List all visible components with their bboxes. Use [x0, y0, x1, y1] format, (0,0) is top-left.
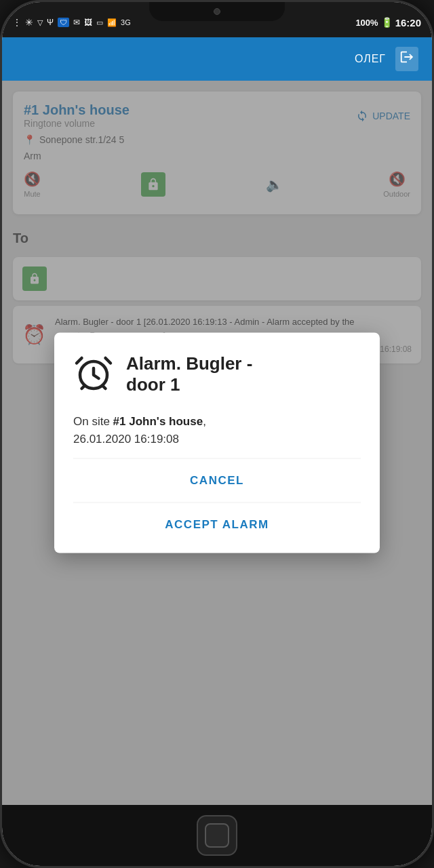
shield-icon: 🛡: [58, 18, 69, 27]
clock: 16:20: [395, 17, 421, 28]
bottom-bar: [2, 805, 432, 866]
wifi-asterisk-icon: ✳: [25, 17, 33, 28]
home-button[interactable]: [197, 815, 237, 856]
menu-dots-icon: ⋮: [13, 18, 21, 27]
home-button-inner: [205, 823, 229, 848]
phone-inner: ⋮ ✳ ▽ Ψ 🛡 ✉ 🖼 ▭ 📶 3G 100% 🔋 16:20: [2, 2, 432, 866]
dialog-header: Alarm. Bugler -door 1: [73, 353, 361, 399]
dialog-body: On site #1 John's house, 26.01.2020 16:1…: [73, 413, 361, 459]
battery-icon: 🔋: [381, 17, 393, 28]
dialog-alarm-icon: [73, 353, 114, 399]
app-screen: ⋮ ✳ ▽ Ψ 🛡 ✉ 🖼 ▭ 📶 3G 100% 🔋 16:20: [2, 2, 432, 805]
phone-frame: ⋮ ✳ ▽ Ψ 🛡 ✉ 🖼 ▭ 📶 3G 100% 🔋 16:20: [0, 0, 434, 868]
content-area: #1 John's house Ringtone volume UPDATE: [2, 81, 432, 805]
username-label: ОЛЕГ: [355, 53, 386, 65]
battery-percent: 100%: [355, 18, 378, 28]
gmail-icon: ✉: [73, 18, 80, 27]
top-notch: [149, 2, 285, 21]
logout-button[interactable]: [395, 47, 418, 71]
signal-bars-icon: 3G: [121, 18, 131, 26]
dialog-site-bold: #1 John's house: [113, 415, 203, 428]
accept-alarm-button[interactable]: ACCEPT ALARM: [73, 503, 361, 547]
vpn-icon: ▽: [37, 18, 43, 27]
dialog-body-text: On site #1 John's house, 26.01.2020 16:1…: [73, 413, 361, 448]
usb-icon: Ψ: [47, 18, 54, 27]
status-left: ⋮ ✳ ▽ Ψ 🛡 ✉ 🖼 ▭ 📶 3G: [13, 17, 131, 28]
tablet-icon: ▭: [96, 18, 103, 27]
wifi-signal-icon: 📶: [107, 18, 117, 27]
cancel-button[interactable]: CANCEL: [73, 459, 361, 503]
camera: [214, 8, 220, 15]
dialog-actions: CANCEL ACCEPT ALARM: [73, 459, 361, 547]
dialog-title: Alarm. Bugler -door 1: [126, 353, 252, 395]
top-bar: ОЛЕГ: [2, 37, 432, 81]
status-right: 100% 🔋 16:20: [355, 17, 421, 28]
alarm-dialog: Alarm. Bugler -door 1 On site #1 John's …: [54, 333, 380, 553]
image-icon: 🖼: [84, 18, 92, 27]
